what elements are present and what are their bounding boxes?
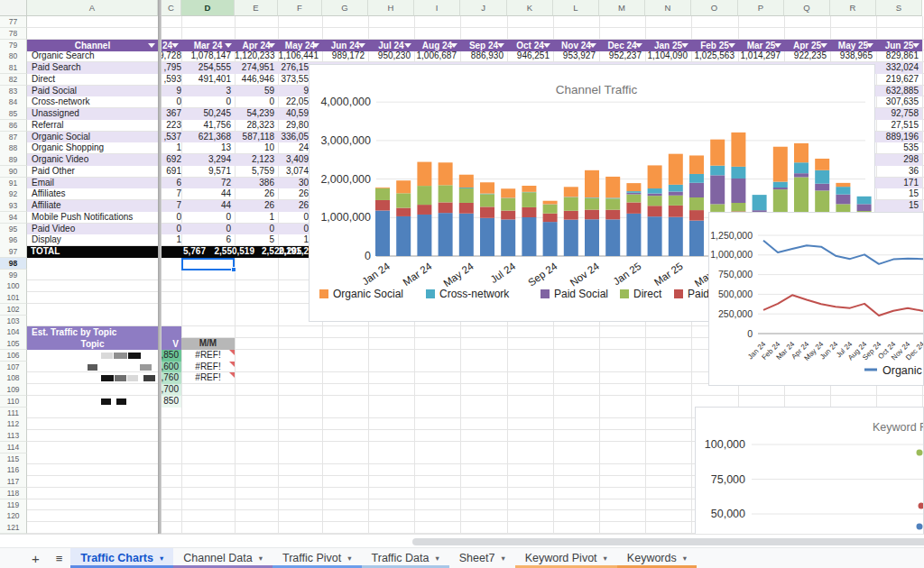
- data-cell-E86[interactable]: 28,323: [235, 120, 278, 132]
- data-cell-D87[interactable]: 621,368: [181, 132, 235, 143]
- data-cell-S90[interactable]: 36: [876, 166, 922, 178]
- sheet-tab-channel-data[interactable]: Channel Data▾: [173, 548, 273, 568]
- month-header-M[interactable]: Dec 24: [599, 40, 645, 51]
- data-cell-S91[interactable]: 171: [876, 178, 922, 189]
- column-header-Q[interactable]: Q: [784, 0, 830, 16]
- data-cell-E90[interactable]: 5,759: [235, 166, 278, 178]
- row-header-78[interactable]: 78: [0, 28, 27, 40]
- row-header-110[interactable]: 110: [0, 396, 27, 408]
- sheet-tab-traffic-charts[interactable]: Traffic Charts▾: [70, 548, 173, 568]
- row-header-107[interactable]: 107: [0, 362, 27, 373]
- all-sheets-button[interactable]: ≡: [48, 548, 71, 568]
- data-cell-E96[interactable]: 5: [235, 234, 278, 246]
- column-header-G[interactable]: G: [322, 0, 368, 16]
- month-header-F[interactable]: May 24: [278, 40, 322, 51]
- chevron-down-icon[interactable]: ▾: [160, 554, 163, 563]
- topic-mm-cell[interactable]: #REF!: [181, 372, 235, 384]
- topic-mm-cell[interactable]: #REF!: [181, 350, 235, 362]
- topic-cell[interactable]: [27, 350, 158, 362]
- data-cell-I80[interactable]: 1,006,687: [414, 50, 460, 62]
- row-header-86[interactable]: 86: [0, 120, 27, 132]
- chevron-down-icon[interactable]: ▾: [683, 554, 687, 563]
- data-cell-S81[interactable]: 332,024: [876, 62, 922, 74]
- topic-cell[interactable]: [27, 362, 158, 373]
- month-header-Q[interactable]: Apr 25: [784, 40, 830, 51]
- row-header-83[interactable]: 83: [0, 86, 27, 97]
- data-cell-F83[interactable]: 9: [278, 86, 309, 97]
- data-cell-E83[interactable]: 59: [235, 86, 278, 97]
- row-header-102[interactable]: 102: [0, 304, 27, 316]
- channel-name-cell[interactable]: Direct: [27, 74, 158, 86]
- chevron-down-icon[interactable]: ▾: [604, 554, 607, 563]
- data-cell-F84[interactable]: 22,05: [278, 96, 309, 108]
- sheet-tab-traffic-pivot[interactable]: Traffic Pivot▾: [273, 548, 362, 568]
- data-cell-D83[interactable]: 3: [181, 86, 235, 97]
- organic-trend-chart[interactable]: 0250,000500,000750,0001,000,0001,250,000…: [708, 212, 924, 386]
- filter-icon[interactable]: [728, 43, 735, 48]
- data-cell-F91[interactable]: 30: [278, 178, 309, 189]
- data-cell-S80[interactable]: 829,861: [876, 50, 922, 62]
- fill-handle[interactable]: [231, 267, 236, 272]
- row-header-80[interactable]: 80: [0, 50, 27, 62]
- row-header-103[interactable]: 103: [0, 316, 27, 327]
- row-header-91[interactable]: 91: [0, 178, 27, 189]
- data-cell-E87[interactable]: 587,118: [235, 132, 278, 143]
- month-header-S[interactable]: Jun 25: [876, 40, 922, 51]
- data-cell-S87[interactable]: 889,196: [876, 132, 922, 143]
- row-header-114[interactable]: 114: [0, 442, 27, 453]
- filter-icon[interactable]: [543, 43, 550, 48]
- filter-icon[interactable]: [450, 43, 457, 48]
- channel-name-cell[interactable]: Cross-network: [27, 96, 158, 108]
- data-cell-S92[interactable]: 15: [876, 188, 922, 200]
- data-cell-O80[interactable]: 1,025,563: [691, 50, 738, 62]
- data-cell-N80[interactable]: 1,104,090: [645, 50, 691, 62]
- data-cell-F86[interactable]: 29,80: [278, 120, 309, 132]
- data-cell-K80[interactable]: 946,251: [507, 50, 553, 62]
- column-header-K[interactable]: K: [507, 0, 553, 16]
- data-cell-D86[interactable]: 41,756: [181, 120, 235, 132]
- row-header-105[interactable]: 105: [0, 338, 27, 350]
- data-cell-F92[interactable]: 26: [278, 188, 309, 200]
- column-header-S[interactable]: S: [876, 0, 922, 16]
- month-header-E[interactable]: Apr 24: [235, 40, 278, 51]
- month-header-R[interactable]: May 25: [830, 40, 876, 51]
- channel-name-cell[interactable]: Paid Other: [27, 166, 158, 178]
- row-header-81[interactable]: 81: [0, 62, 27, 74]
- data-cell-F88[interactable]: 24: [278, 142, 309, 154]
- data-cell-E80[interactable]: 1,120,233: [235, 50, 278, 62]
- month-header-L[interactable]: Nov 24: [553, 40, 599, 51]
- data-cell-D90[interactable]: 9,571: [181, 166, 235, 178]
- row-header-92[interactable]: 92: [0, 188, 27, 200]
- data-cell-D93[interactable]: 44: [181, 200, 235, 212]
- chevron-down-icon[interactable]: ▾: [435, 554, 439, 563]
- data-cell-D80[interactable]: 1,078,147: [181, 50, 235, 62]
- row-header-112[interactable]: 112: [0, 418, 27, 430]
- row-header-117[interactable]: 117: [0, 476, 27, 488]
- row-header-93[interactable]: 93: [0, 200, 27, 212]
- filter-icon[interactable]: [589, 43, 596, 48]
- chevron-down-icon[interactable]: ▾: [501, 554, 504, 563]
- row-header-120[interactable]: 120: [0, 510, 27, 522]
- row-header-82[interactable]: 82: [0, 74, 27, 86]
- data-cell-S84[interactable]: 307,635: [876, 96, 922, 108]
- filter-icon[interactable]: [866, 43, 873, 48]
- data-cell-F81[interactable]: 276,15: [278, 62, 309, 74]
- data-cell-S83[interactable]: 632,885: [876, 86, 922, 97]
- channel-name-cell[interactable]: Organic Shopping: [27, 142, 158, 154]
- row-header-118[interactable]: 118: [0, 488, 27, 499]
- sheet-tab-sheet7[interactable]: Sheet7▾: [449, 548, 515, 568]
- column-header-A[interactable]: A: [27, 0, 158, 16]
- row-header-100[interactable]: 100: [0, 280, 27, 292]
- keyword-rankings-chart[interactable]: Keyword R50,00075,000100,000: [695, 407, 924, 539]
- channel-name-cell[interactable]: Affiliates: [27, 188, 158, 200]
- column-header-R[interactable]: R: [830, 0, 876, 16]
- data-cell-H80[interactable]: 950,230: [368, 50, 414, 62]
- month-header-H[interactable]: Jul 24: [368, 40, 414, 51]
- data-cell-E94[interactable]: 1: [235, 212, 278, 224]
- row-header-113[interactable]: 113: [0, 430, 27, 442]
- data-cell-Q80[interactable]: 922,235: [784, 50, 830, 62]
- filter-icon[interactable]: [912, 43, 919, 48]
- data-cell-E82[interactable]: 446,946: [235, 74, 278, 86]
- row-header-101[interactable]: 101: [0, 292, 27, 304]
- row-header-88[interactable]: 88: [0, 142, 27, 154]
